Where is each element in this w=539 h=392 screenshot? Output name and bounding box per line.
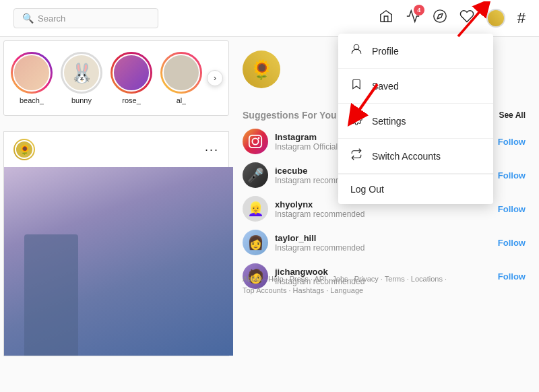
story-item[interactable]: al_ — [160, 52, 202, 104]
svg-marker-1 — [437, 13, 443, 19]
search-icon: 🔍 — [22, 13, 34, 24]
svg-point-5 — [252, 138, 258, 144]
post-user[interactable]: 🌻 — [13, 139, 35, 160]
sidebar-user-avatar[interactable]: 🌻 — [243, 51, 280, 88]
heart-icon[interactable] — [459, 9, 474, 28]
search-placeholder: Search — [38, 13, 65, 24]
profile-icon — [350, 43, 362, 59]
post-header: 🌻 ··· — [4, 132, 228, 167]
footer-links-row2: Top Accounts · Hashtags · Language — [243, 285, 526, 297]
explore-icon[interactable] — [433, 9, 447, 28]
story-name: beach_ — [20, 96, 44, 104]
story-item[interactable]: 🐰 bunny — [61, 52, 102, 104]
saved-icon — [350, 78, 362, 94]
search-box[interactable]: 🔍 Search — [13, 8, 158, 28]
dropdown-menu: Profile Saved Settings Switch Accounts L… — [338, 34, 493, 204]
follow-button-icecube[interactable]: Follow — [498, 170, 526, 181]
svg-point-6 — [258, 137, 260, 139]
story-item[interactable]: rose_ — [110, 52, 152, 104]
switch-icon — [350, 148, 362, 164]
svg-point-8 — [355, 118, 358, 121]
suggest-sub-xhyolynx: Instagram recommended — [275, 209, 491, 219]
header-icons: 4 # — [379, 9, 526, 28]
suggest-username-taylorhill: taylor_hill — [275, 233, 491, 243]
dropdown-saved[interactable]: Saved — [338, 69, 493, 104]
post-options-button[interactable]: ··· — [205, 143, 219, 157]
suggest-item-taylorhill: 👩 taylor_hill Instagram recommended Foll… — [243, 230, 526, 255]
suggest-avatar-instagram[interactable] — [243, 129, 268, 154]
follow-button-instagram[interactable]: Follow — [498, 137, 526, 147]
svg-rect-4 — [249, 135, 261, 148]
dropdown-profile[interactable]: Profile — [338, 34, 493, 69]
notification-badge: 4 — [414, 5, 424, 15]
dropdown-logout[interactable]: Log Out — [338, 174, 493, 204]
stories-bar: beach_ 🐰 bunny rose_ al_ › — [3, 40, 229, 116]
see-all-button[interactable]: See All — [499, 110, 526, 120]
footer-links-row1: About · Help · Press · API · Jobs · Priv… — [243, 273, 526, 286]
dropdown-profile-label: Profile — [372, 46, 399, 57]
dropdown-saved-label: Saved — [372, 81, 399, 92]
follow-button-taylorhill[interactable]: Follow — [498, 238, 526, 248]
post-container: 🌻 ··· — [3, 131, 229, 356]
follow-button-xhyolynx[interactable]: Follow — [498, 204, 526, 214]
suggest-avatar-icecube[interactable]: 🎤 — [243, 162, 268, 188]
dropdown-switch[interactable]: Switch Accounts — [338, 139, 493, 174]
suggest-avatar-taylorhill[interactable]: 👩 — [243, 230, 268, 255]
story-next-button[interactable]: › — [207, 70, 223, 86]
dropdown-settings-label: Settings — [372, 116, 406, 127]
suggest-info-taylorhill: taylor_hill Instagram recommended — [275, 233, 491, 253]
activity-icon[interactable]: 4 — [406, 9, 420, 28]
hashtag-icon[interactable]: # — [517, 9, 526, 27]
dropdown-settings[interactable]: Settings — [338, 104, 493, 139]
post-image — [4, 167, 233, 356]
profile-avatar[interactable] — [486, 9, 505, 28]
story-name: al_ — [177, 96, 187, 104]
home-icon[interactable] — [379, 9, 393, 28]
suggest-sub-taylorhill: Instagram recommended — [275, 243, 491, 253]
footer-links: About · Help · Press · API · Jobs · Priv… — [243, 273, 526, 297]
dropdown-switch-label: Switch Accounts — [372, 151, 441, 162]
story-item[interactable]: beach_ — [11, 52, 53, 104]
dropdown-logout-label: Log Out — [350, 184, 384, 195]
story-name: bunny — [71, 96, 92, 104]
header: 🔍 Search 4 # — [0, 0, 539, 37]
suggested-title: Suggestions For You — [243, 110, 337, 121]
story-name: rose_ — [122, 96, 141, 104]
suggest-avatar-xhyolynx[interactable]: 👱‍♀️ — [243, 196, 268, 222]
svg-point-0 — [434, 10, 446, 22]
settings-icon — [350, 113, 362, 129]
